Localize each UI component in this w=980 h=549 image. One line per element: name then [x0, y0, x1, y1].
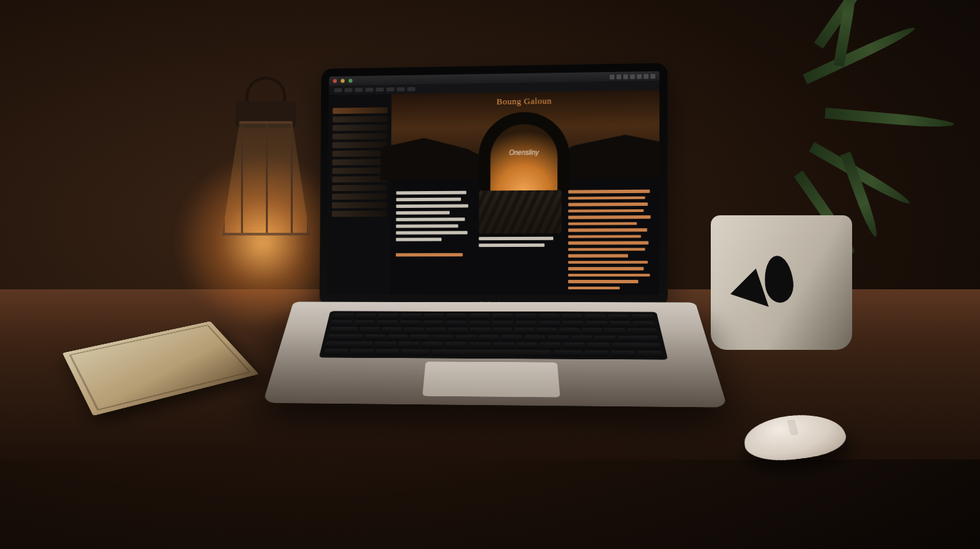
sidebar-item[interactable] [332, 211, 387, 217]
sidebar-item[interactable] [332, 176, 387, 183]
sidebar[interactable] [327, 94, 391, 295]
hero-banner: Boung Galoun Onensliny [391, 90, 660, 180]
window-close-icon[interactable] [333, 79, 337, 83]
column-heading [568, 185, 654, 186]
content-area: Boung Galoun Onensliny [390, 90, 660, 295]
article-thumbnail[interactable] [479, 190, 562, 234]
laptop-keyboard-deck [262, 301, 727, 407]
window-minimize-icon[interactable] [341, 79, 345, 83]
laptop-screen-shell: Boung Galoun Onensliny [320, 63, 668, 307]
laptop-display: Boung Galoun Onensliny [327, 71, 660, 295]
menubar-tray [610, 73, 656, 79]
sidebar-item[interactable] [332, 133, 388, 140]
trackpad[interactable] [423, 361, 561, 397]
sidebar-item[interactable] [332, 124, 388, 131]
content-column-middle [479, 186, 561, 289]
laptop: Boung Galoun Onensliny [291, 63, 695, 500]
sidebar-item[interactable] [332, 193, 387, 199]
keyboard[interactable] [319, 311, 668, 359]
sidebar-item[interactable] [332, 116, 388, 122]
sidebar-item[interactable] [332, 168, 388, 174]
window-zoom-icon[interactable] [349, 79, 353, 83]
content-column-right [568, 185, 654, 290]
sidebar-item[interactable] [332, 185, 387, 191]
content-column-left [396, 186, 473, 289]
sidebar-item[interactable] [332, 142, 388, 149]
page-title: Boung Galoun [392, 94, 660, 108]
sidebar-item[interactable] [332, 159, 388, 166]
sidebar-item[interactable] [332, 150, 388, 157]
column-heading [396, 186, 473, 187]
sidebar-item[interactable] [332, 107, 388, 114]
sidebar-item[interactable] [332, 202, 387, 208]
sidebar-section-label [332, 104, 387, 104]
column-heading [479, 186, 561, 186]
